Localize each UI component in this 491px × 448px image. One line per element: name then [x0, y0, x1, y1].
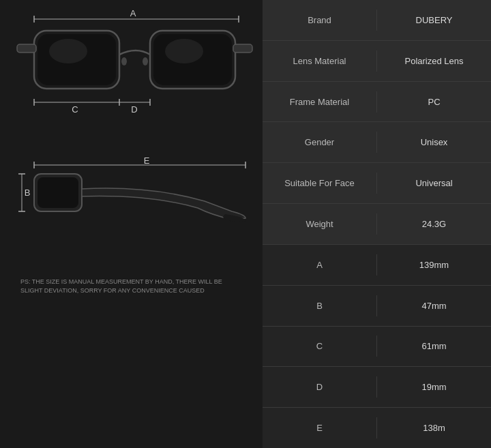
svg-rect-26 — [38, 177, 78, 208]
spec-label: Weight — [263, 213, 377, 235]
spec-label: C — [263, 335, 377, 357]
spec-row: BrandDUBERY — [263, 0, 491, 41]
svg-point-9 — [165, 39, 203, 63]
spec-value: 138m — [377, 417, 491, 438]
spec-label: B — [263, 295, 377, 316]
spec-value: 19mm — [377, 376, 491, 398]
svg-rect-11 — [233, 44, 252, 53]
svg-text:D: D — [131, 104, 137, 115]
spec-value: 61mm — [377, 335, 491, 357]
specs-panel: BrandDUBERYLens MaterialPolarized LensFr… — [263, 0, 491, 448]
spec-row: Suitable For FaceUniversal — [263, 163, 491, 204]
spec-row: C61mm — [263, 327, 491, 368]
spec-value: PC — [377, 91, 491, 113]
spec-label: Lens Material — [263, 50, 377, 72]
svg-rect-10 — [17, 44, 36, 53]
side-diagram: E B — [14, 157, 249, 269]
spec-label: E — [263, 417, 377, 438]
svg-text:A: A — [130, 8, 136, 18]
svg-point-13 — [143, 57, 148, 65]
spec-label: Frame Material — [263, 91, 377, 113]
spec-value: Polarized Lens — [377, 50, 491, 72]
spec-value: Universal — [377, 173, 491, 194]
spec-row: Weight24.3G — [263, 204, 491, 245]
svg-text:E: E — [144, 157, 150, 166]
spec-value: DUBERY — [377, 10, 491, 31]
svg-text:C: C — [72, 104, 78, 115]
spec-label: Gender — [263, 132, 377, 153]
spec-label: A — [263, 254, 377, 275]
spec-row: GenderUnisex — [263, 122, 491, 163]
spec-label: Brand — [263, 10, 377, 31]
spec-row: D19mm — [263, 367, 491, 408]
left-panel: A C — [0, 0, 263, 448]
spec-row: Frame MaterialPC — [263, 82, 491, 123]
footnote: PS: THE SIZE IS MANUAL MEASUREMENT BY HA… — [14, 278, 249, 295]
spec-value: 24.3G — [377, 213, 491, 235]
svg-point-12 — [121, 57, 127, 65]
spec-label: Suitable For Face — [263, 173, 377, 194]
spec-value: 47mm — [377, 295, 491, 316]
top-diagram: A C — [14, 7, 249, 157]
svg-point-6 — [49, 39, 87, 63]
spec-value: Unisex — [377, 132, 491, 153]
spec-row: E138m — [263, 408, 491, 448]
spec-value: 139mm — [377, 254, 491, 275]
spec-row: A139mm — [263, 245, 491, 286]
spec-row: Lens MaterialPolarized Lens — [263, 41, 491, 82]
spec-row: B47mm — [263, 286, 491, 327]
svg-text:B: B — [25, 188, 31, 198]
spec-label: D — [263, 376, 377, 398]
